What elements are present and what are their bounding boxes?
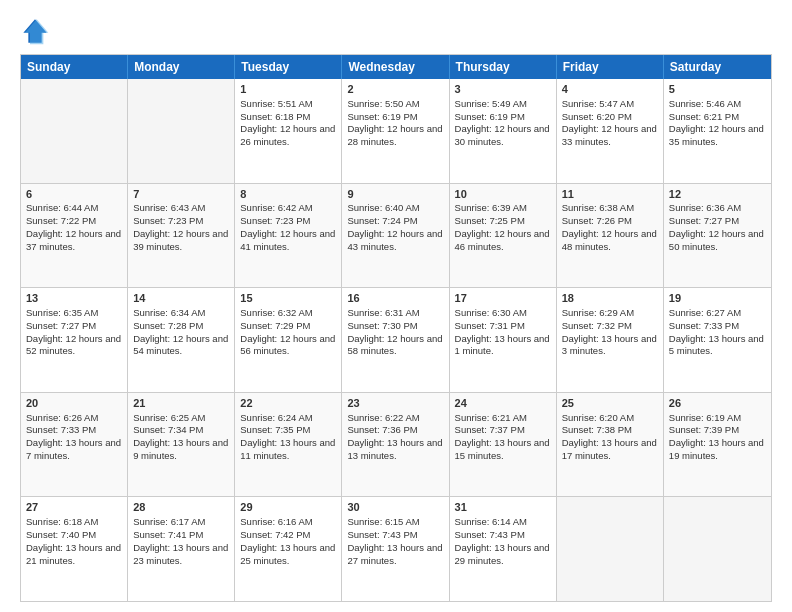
day-info-line: Daylight: 13 hours and 19 minutes. [669, 437, 766, 463]
day-info-line: Sunrise: 6:25 AM [133, 412, 229, 425]
day-number: 31 [455, 500, 551, 515]
day-info-line: Daylight: 13 hours and 21 minutes. [26, 542, 122, 568]
day-number: 17 [455, 291, 551, 306]
day-cell-11: 11Sunrise: 6:38 AMSunset: 7:26 PMDayligh… [557, 184, 664, 288]
day-number: 27 [26, 500, 122, 515]
weekday-header-monday: Monday [128, 55, 235, 79]
day-info-line: Sunrise: 6:39 AM [455, 202, 551, 215]
day-info-line: Daylight: 13 hours and 5 minutes. [669, 333, 766, 359]
day-info-line: Sunrise: 6:22 AM [347, 412, 443, 425]
day-info-line: Sunset: 7:43 PM [347, 529, 443, 542]
day-info-line: Sunset: 6:20 PM [562, 111, 658, 124]
day-info-line: Sunrise: 6:43 AM [133, 202, 229, 215]
weekday-header-saturday: Saturday [664, 55, 771, 79]
day-info-line: Sunrise: 6:31 AM [347, 307, 443, 320]
day-number: 16 [347, 291, 443, 306]
day-info-line: Sunset: 7:30 PM [347, 320, 443, 333]
day-info-line: Sunrise: 5:51 AM [240, 98, 336, 111]
day-cell-8: 8Sunrise: 6:42 AMSunset: 7:23 PMDaylight… [235, 184, 342, 288]
day-info-line: Sunset: 7:26 PM [562, 215, 658, 228]
day-info-line: Sunrise: 6:27 AM [669, 307, 766, 320]
day-cell-22: 22Sunrise: 6:24 AMSunset: 7:35 PMDayligh… [235, 393, 342, 497]
calendar-row-0: 1Sunrise: 5:51 AMSunset: 6:18 PMDaylight… [21, 79, 771, 183]
day-info-line: Sunrise: 6:30 AM [455, 307, 551, 320]
day-number: 1 [240, 82, 336, 97]
day-info-line: Sunrise: 6:19 AM [669, 412, 766, 425]
day-info-line: Daylight: 13 hours and 11 minutes. [240, 437, 336, 463]
calendar-row-4: 27Sunrise: 6:18 AMSunset: 7:40 PMDayligh… [21, 496, 771, 601]
weekday-header-tuesday: Tuesday [235, 55, 342, 79]
day-info-line: Sunrise: 6:21 AM [455, 412, 551, 425]
day-info-line: Sunrise: 6:26 AM [26, 412, 122, 425]
day-cell-6: 6Sunrise: 6:44 AMSunset: 7:22 PMDaylight… [21, 184, 128, 288]
day-info-line: Sunrise: 5:46 AM [669, 98, 766, 111]
day-info-line: Daylight: 12 hours and 39 minutes. [133, 228, 229, 254]
day-number: 26 [669, 396, 766, 411]
day-info-line: Daylight: 12 hours and 50 minutes. [669, 228, 766, 254]
day-info-line: Daylight: 12 hours and 30 minutes. [455, 123, 551, 149]
day-number: 2 [347, 82, 443, 97]
day-cell-14: 14Sunrise: 6:34 AMSunset: 7:28 PMDayligh… [128, 288, 235, 392]
day-info-line: Sunrise: 5:47 AM [562, 98, 658, 111]
day-number: 10 [455, 187, 551, 202]
day-info-line: Sunset: 7:23 PM [133, 215, 229, 228]
day-cell-4: 4Sunrise: 5:47 AMSunset: 6:20 PMDaylight… [557, 79, 664, 183]
day-cell-16: 16Sunrise: 6:31 AMSunset: 7:30 PMDayligh… [342, 288, 449, 392]
day-number: 21 [133, 396, 229, 411]
day-info-line: Sunset: 7:40 PM [26, 529, 122, 542]
weekday-header-wednesday: Wednesday [342, 55, 449, 79]
day-info-line: Sunset: 7:25 PM [455, 215, 551, 228]
day-cell-30: 30Sunrise: 6:15 AMSunset: 7:43 PMDayligh… [342, 497, 449, 601]
day-info-line: Daylight: 12 hours and 54 minutes. [133, 333, 229, 359]
day-info-line: Daylight: 12 hours and 28 minutes. [347, 123, 443, 149]
day-cell-13: 13Sunrise: 6:35 AMSunset: 7:27 PMDayligh… [21, 288, 128, 392]
day-info-line: Sunrise: 6:20 AM [562, 412, 658, 425]
day-number: 9 [347, 187, 443, 202]
day-info-line: Sunset: 7:33 PM [669, 320, 766, 333]
day-info-line: Sunset: 7:23 PM [240, 215, 336, 228]
day-info-line: Daylight: 13 hours and 13 minutes. [347, 437, 443, 463]
day-info-line: Sunrise: 6:18 AM [26, 516, 122, 529]
day-cell-29: 29Sunrise: 6:16 AMSunset: 7:42 PMDayligh… [235, 497, 342, 601]
day-cell-23: 23Sunrise: 6:22 AMSunset: 7:36 PMDayligh… [342, 393, 449, 497]
day-number: 4 [562, 82, 658, 97]
day-info-line: Daylight: 12 hours and 37 minutes. [26, 228, 122, 254]
day-info-line: Sunset: 7:29 PM [240, 320, 336, 333]
day-info-line: Sunrise: 6:17 AM [133, 516, 229, 529]
day-number: 12 [669, 187, 766, 202]
day-info-line: Sunrise: 6:40 AM [347, 202, 443, 215]
day-info-line: Daylight: 12 hours and 52 minutes. [26, 333, 122, 359]
day-info-line: Sunrise: 6:15 AM [347, 516, 443, 529]
day-info-line: Sunset: 6:19 PM [347, 111, 443, 124]
day-cell-20: 20Sunrise: 6:26 AMSunset: 7:33 PMDayligh… [21, 393, 128, 497]
day-number: 14 [133, 291, 229, 306]
day-info-line: Sunset: 7:27 PM [26, 320, 122, 333]
logo [20, 16, 54, 46]
day-info-line: Daylight: 12 hours and 46 minutes. [455, 228, 551, 254]
day-info-line: Sunrise: 6:16 AM [240, 516, 336, 529]
day-info-line: Daylight: 12 hours and 48 minutes. [562, 228, 658, 254]
day-cell-26: 26Sunrise: 6:19 AMSunset: 7:39 PMDayligh… [664, 393, 771, 497]
day-number: 7 [133, 187, 229, 202]
day-info-line: Daylight: 13 hours and 1 minute. [455, 333, 551, 359]
day-info-line: Sunset: 7:31 PM [455, 320, 551, 333]
day-cell-15: 15Sunrise: 6:32 AMSunset: 7:29 PMDayligh… [235, 288, 342, 392]
day-number: 25 [562, 396, 658, 411]
logo-icon [20, 16, 50, 46]
day-info-line: Sunrise: 6:36 AM [669, 202, 766, 215]
day-cell-18: 18Sunrise: 6:29 AMSunset: 7:32 PMDayligh… [557, 288, 664, 392]
day-number: 19 [669, 291, 766, 306]
empty-cell [557, 497, 664, 601]
day-number: 28 [133, 500, 229, 515]
day-info-line: Sunrise: 5:50 AM [347, 98, 443, 111]
day-info-line: Daylight: 12 hours and 41 minutes. [240, 228, 336, 254]
empty-cell [128, 79, 235, 183]
calendar-body: 1Sunrise: 5:51 AMSunset: 6:18 PMDaylight… [21, 79, 771, 601]
day-info-line: Sunrise: 5:49 AM [455, 98, 551, 111]
day-info-line: Sunset: 7:35 PM [240, 424, 336, 437]
day-info-line: Sunset: 7:33 PM [26, 424, 122, 437]
day-info-line: Sunset: 7:28 PM [133, 320, 229, 333]
day-info-line: Sunset: 6:19 PM [455, 111, 551, 124]
day-info-line: Sunset: 7:27 PM [669, 215, 766, 228]
day-number: 20 [26, 396, 122, 411]
